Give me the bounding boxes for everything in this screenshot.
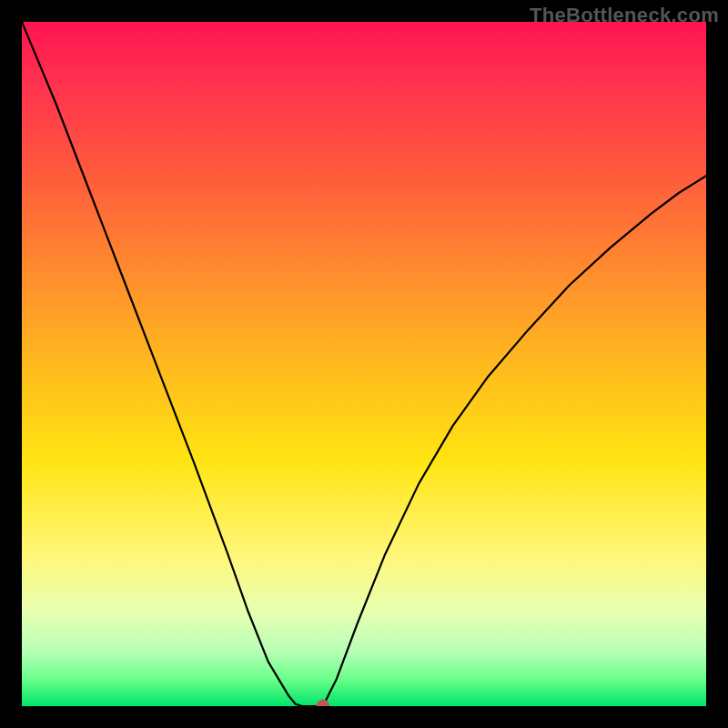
watermark-text: TheBottleneck.com <box>530 4 719 27</box>
bottleneck-curve <box>22 22 706 706</box>
chart-frame: TheBottleneck.com <box>0 0 728 728</box>
optimal-point-marker <box>317 700 329 706</box>
curve-path <box>22 22 706 706</box>
plot-area <box>22 22 706 706</box>
